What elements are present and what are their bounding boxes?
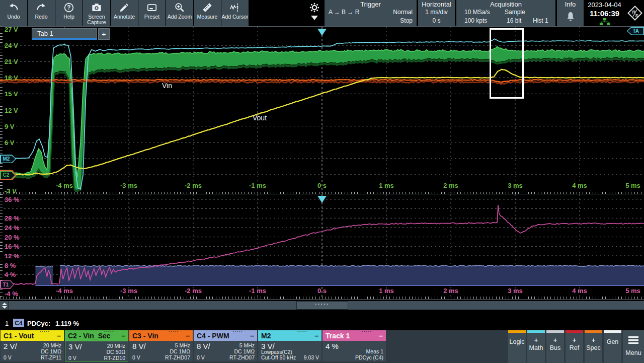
chevron-down-icon[interactable] bbox=[311, 16, 318, 20]
minimize-button[interactable]: – bbox=[379, 332, 383, 340]
trigger-mode: Normal bbox=[393, 9, 413, 16]
pencil-icon bbox=[119, 2, 130, 14]
minimize-button[interactable]: – bbox=[314, 332, 318, 340]
minimize-button[interactable]: – bbox=[250, 332, 254, 340]
channel-probe: RT-ZP11 bbox=[41, 354, 61, 360]
add-tab-button[interactable]: + bbox=[98, 28, 110, 40]
preset-icon bbox=[146, 2, 158, 14]
spec-color-stripe bbox=[585, 330, 602, 333]
add-cursor-button[interactable]: Add Cursor bbox=[221, 0, 249, 26]
trigger-panel[interactable]: Trigger A → B → R Normal Stop bbox=[325, 0, 417, 26]
channel-probe: RT-ZHD07 bbox=[165, 354, 190, 360]
lower-waveform-plot: 36 %28 %24 %20 %16 %12 %8 %4 %-4 %-4 ms-… bbox=[0, 194, 644, 300]
menu-button[interactable]: Menu bbox=[623, 330, 644, 363]
lower-y-label: 4 % bbox=[5, 271, 16, 278]
upper-y-label: -3 V bbox=[5, 187, 17, 195]
m2-marker[interactable]: M2 bbox=[0, 155, 16, 163]
channel-scale: 4 % bbox=[326, 342, 339, 350]
add-tab-label: + bbox=[102, 30, 106, 38]
channel-badge-m2[interactable]: M2·····–3 V/Lowpass(C2)Cut-Off 50 kHz9.0… bbox=[258, 330, 321, 361]
toolbar-button-label: Add Cursor bbox=[221, 14, 248, 20]
bottom-tick-ruler bbox=[0, 297, 644, 299]
c2-marker[interactable]: C2 bbox=[0, 171, 16, 179]
clock: 2023-04-04 11:06:39 bbox=[585, 0, 624, 26]
tab-label: Tab 1 bbox=[37, 30, 53, 37]
acquisition-sample-rate: 10 MSa/s bbox=[464, 9, 490, 16]
gen-button[interactable]: Gen bbox=[604, 330, 621, 363]
horizontal-panel[interactable]: Horizontal 1 ms/div 0 s bbox=[418, 0, 455, 26]
scrollbar-grip[interactable]: ····· bbox=[296, 301, 348, 310]
settings-button[interactable] bbox=[306, 0, 323, 26]
acquisition-mode: Sample bbox=[505, 9, 525, 16]
t1-marker[interactable]: T1 bbox=[0, 280, 14, 289]
zoom-region-box[interactable] bbox=[490, 28, 524, 99]
channel-offset: 0 V bbox=[132, 354, 140, 360]
tab-1[interactable]: Tab 1 bbox=[32, 28, 97, 40]
trigger-position-marker[interactable] bbox=[317, 29, 327, 36]
gear-icon bbox=[309, 2, 320, 14]
channel-badge-c1[interactable]: C1 - Vout·····–2 V/0 V20 MHzDC 1MΩRT-ZP1… bbox=[1, 330, 64, 361]
scrollbar-arrows[interactable] bbox=[0, 301, 9, 310]
channel-badge-c3[interactable]: C3 - Vin·····–8 V/0 V5 MHzDC 1MΩRT-ZHD07 bbox=[129, 330, 193, 361]
bus-button[interactable]: +Bus bbox=[546, 330, 564, 363]
logic-button[interactable]: Logic bbox=[508, 330, 526, 363]
lower-y-label: -4 % bbox=[5, 290, 18, 298]
screen-capture-button[interactable]: Screen Capture bbox=[83, 0, 110, 26]
toolbar-button-label: Annotate bbox=[114, 14, 135, 20]
add-zoom-button[interactable]: Add Zoom bbox=[166, 0, 193, 26]
math-button[interactable]: +Math bbox=[527, 330, 545, 363]
measure-button[interactable]: Measure bbox=[194, 0, 221, 26]
acquisition-title: Acquisition bbox=[456, 1, 555, 8]
undo-button[interactable]: Undo bbox=[0, 0, 27, 26]
minimize-button[interactable]: – bbox=[57, 332, 61, 340]
channel-badge-track[interactable]: Track 1·····–4 %Meas 1PDCyc (C4) bbox=[323, 330, 386, 361]
channel-badge-c4[interactable]: C4 - PWM·····–8 V/0 V5 MHzDC 1MΩRT-ZHD07 bbox=[194, 330, 257, 361]
ref-button[interactable]: +Ref bbox=[566, 330, 583, 363]
upper-x-label: -4 ms bbox=[56, 182, 73, 189]
acquisition-panel[interactable]: Acquisition 10 MSa/s Sample 100 kpts 16 … bbox=[456, 0, 555, 26]
side-button-label: Logic bbox=[510, 338, 525, 345]
marker-label: M2 bbox=[3, 156, 10, 162]
channel-bandwidth: 20 MHz bbox=[43, 342, 61, 348]
annotate-button[interactable]: Annotate bbox=[111, 0, 138, 26]
oscilloscope-screen: UndoRedo?HelpScreen CaptureAnnotatePrese… bbox=[0, 0, 644, 363]
upper-y-label: 24 V bbox=[5, 42, 18, 49]
side-button-label: Ref bbox=[570, 344, 579, 351]
channel-offset: 0 V bbox=[4, 354, 12, 360]
trigger-ta-marker[interactable]: TA bbox=[627, 27, 644, 35]
channel-badge-c2[interactable]: C2 - Vin_Sec·····–3 V/0 V20 MHzDC 50ΩRT-… bbox=[65, 330, 128, 361]
marker-label: T1 bbox=[3, 282, 9, 287]
toolbar-button-label: Add Zoom bbox=[168, 14, 192, 20]
trigger-title: Trigger bbox=[325, 1, 417, 8]
channel-coupling: DC 1MΩ bbox=[170, 348, 190, 354]
lower-y-label: 28 % bbox=[5, 214, 20, 222]
channel-bar: C1 - Vout·····–2 V/0 V20 MHzDC 1MΩRT-ZP1… bbox=[0, 330, 644, 363]
trigger-position-marker[interactable] bbox=[317, 196, 327, 203]
activity-dots: ····· bbox=[40, 330, 50, 334]
channel-coupling: Meas 1 bbox=[366, 348, 383, 354]
help-button[interactable]: ?Help bbox=[55, 0, 83, 26]
upper-y-label: 6 V bbox=[5, 139, 15, 147]
grip-dots: ····· bbox=[315, 303, 329, 306]
measurement-value: 1.119 % bbox=[55, 320, 79, 327]
redo-button[interactable]: Redo bbox=[28, 0, 55, 26]
minimize-button[interactable]: – bbox=[121, 332, 125, 340]
channel-coupling: DC 1MΩ bbox=[234, 348, 255, 354]
preset-button[interactable]: Preset bbox=[138, 0, 166, 26]
toolbar-button-label: Screen Capture bbox=[83, 14, 110, 25]
upper-x-label: 4 ms bbox=[572, 182, 587, 189]
upper-x-label: 1 ms bbox=[379, 182, 394, 189]
side-button-label: Gen bbox=[607, 338, 619, 345]
vout-annotation: Vout bbox=[253, 114, 267, 122]
channel-probe: 9.03 V bbox=[304, 354, 319, 360]
plus-icon: + bbox=[534, 337, 538, 343]
activity-dots: ····· bbox=[362, 330, 372, 334]
lower-x-label: -2 ms bbox=[185, 287, 202, 295]
channel-coupling: DC 1MΩ bbox=[41, 348, 61, 354]
minimize-button[interactable]: – bbox=[186, 332, 190, 340]
channel-scale: 8 V/ bbox=[197, 342, 210, 350]
spec-button[interactable]: +Spec bbox=[585, 330, 602, 363]
info-title: Info bbox=[557, 1, 584, 8]
lower-x-label: -1 ms bbox=[249, 287, 266, 295]
info-panel[interactable]: Info bbox=[557, 0, 584, 26]
